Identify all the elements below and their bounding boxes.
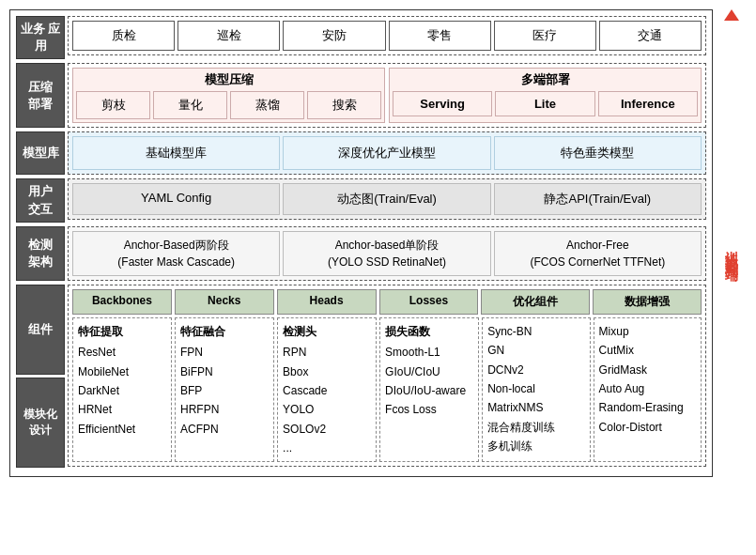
losses-items: Smooth-L1 GIoU/CIoU DIoU/IoU-aware Fcos …	[385, 343, 473, 420]
user-interaction-row: 用户交互 YAML Config 动态图(Train/Eval) 静态API(T…	[16, 178, 706, 222]
header-necks: Necks	[175, 289, 274, 315]
heads-title: 检测头	[283, 322, 371, 341]
det-cell-2: Anchor-Free(FCOS CornerNet TTFNet)	[494, 231, 702, 276]
augmentation-items: Mixup CutMix GridMask Auto Aug Random-Er…	[599, 322, 696, 437]
biz-cell-3: 零售	[389, 21, 491, 51]
biz-cell-1: 巡检	[177, 21, 280, 51]
header-heads: Heads	[277, 289, 377, 315]
multi-deploy-section: 多端部署 Serving Lite Inference	[389, 68, 702, 123]
components-header-row: Backbones Necks Heads Losses 优化组件 数据增强	[72, 289, 702, 315]
business-content: 质检 巡检 安防 零售 医疗 交通	[68, 16, 706, 59]
deploy-cell-2: Inference	[598, 91, 698, 116]
det-cell-0: Anchor-Based两阶段(Faster Mask Cascade)	[72, 231, 280, 276]
model-compression-section: 模型压缩 剪枝 量化 蒸馏 搜索	[72, 68, 385, 123]
model-cell-1: 深度优化产业模型	[283, 136, 490, 170]
comp-cell-3: 搜索	[307, 91, 381, 119]
det-cell-1: Anchor-based单阶段(YOLO SSD RetinaNet)	[283, 231, 490, 276]
detection-arch-row: 检测架构 Anchor-Based两阶段(Faster Mask Cascade…	[16, 226, 706, 281]
compression-inner: 模型压缩 剪枝 量化 蒸馏 搜索 多端部署 Serving	[72, 68, 702, 123]
deploy-cell-0: Serving	[393, 91, 492, 116]
model-cell-2: 特色垂类模型	[494, 136, 702, 170]
biz-cell-0: 质检	[72, 21, 175, 51]
user-cell-1: 动态图(Train/Eval)	[283, 183, 490, 215]
model-library-cells: 基础模型库 深度优化产业模型 特色垂类模型	[68, 131, 706, 175]
header-backbones: Backbones	[72, 289, 172, 315]
model-compression-cells: 剪枝 量化 蒸馏 搜索	[76, 91, 381, 119]
model-library-row: 模型库 基础模型库 深度优化产业模型 特色垂类模型	[16, 131, 706, 175]
business-cells: 质检 巡检 安防 零售 医疗 交通	[68, 16, 706, 55]
components-labels: 组件 模块化设计	[16, 285, 65, 468]
business-row: 业务 应用 质检 巡检 安防 零售 医疗 交通	[16, 16, 706, 59]
multi-deploy-title: 多端部署	[393, 71, 698, 88]
comp-cell-0: 剪枝	[76, 91, 150, 119]
components-body-row: 特征提取 ResNet MobileNet DarkNet HRNet Effi…	[72, 317, 702, 463]
model-library-content: 基础模型库 深度优化产业模型 特色垂类模型	[68, 131, 706, 175]
model-library-label: 模型库	[16, 131, 65, 175]
deploy-cell-1: Lite	[495, 91, 594, 116]
diagram: 业务 应用 质检 巡检 安防 零售 医疗 交通 压缩部署 模型压	[9, 9, 713, 477]
compression-content: 模型压缩 剪枝 量化 蒸馏 搜索 多端部署 Serving	[68, 63, 706, 128]
user-cell-0: YAML Config	[72, 183, 280, 215]
body-optimization: Sync-BN GN DCNv2 Non-local MatrixNMS 混合精…	[482, 317, 590, 463]
components-content: Backbones Necks Heads Losses 优化组件 数据增强 特…	[68, 285, 706, 468]
user-cells: YAML Config 动态图(Train/Eval) 静态API(Train/…	[68, 178, 706, 220]
body-backbones: 特征提取 ResNet MobileNet DarkNet HRNet Effi…	[72, 317, 172, 463]
body-losses: 损失函数 Smooth-L1 GIoU/CIoU DIoU/IoU-aware …	[379, 317, 479, 463]
biz-cell-4: 医疗	[494, 21, 596, 51]
header-optimization: 优化组件	[481, 289, 590, 315]
modular-design-label: 模块化设计	[16, 378, 65, 468]
business-label: 业务 应用	[16, 16, 65, 59]
components-outer: Backbones Necks Heads Losses 优化组件 数据增强 特…	[68, 285, 706, 468]
components-row: 组件 模块化设计 Backbones Necks Heads Losses 优化…	[16, 285, 706, 468]
body-necks: 特征融合 FPN BiFPN BFP HRFPN ACFPN	[175, 317, 274, 463]
right-side: 训练部署端到端	[713, 9, 747, 477]
components-label: 组件	[16, 285, 65, 375]
biz-cell-5: 交通	[599, 21, 702, 51]
main-container: 业务 应用 质检 巡检 安防 零售 医疗 交通 压缩部署 模型压	[9, 9, 747, 477]
detection-arch-label: 检测架构	[16, 226, 65, 281]
det-cells: Anchor-Based两阶段(Faster Mask Cascade) Anc…	[68, 226, 706, 281]
compression-outer: 模型压缩 剪枝 量化 蒸馏 搜索 多端部署 Serving	[68, 63, 706, 128]
header-losses: Losses	[379, 289, 479, 315]
compression-row: 压缩部署 模型压缩 剪枝 量化 蒸馏 搜索	[16, 63, 706, 128]
user-cell-2: 静态API(Train/Eval)	[494, 183, 702, 215]
detection-arch-content: Anchor-Based两阶段(Faster Mask Cascade) Anc…	[68, 226, 706, 281]
compression-label: 压缩部署	[16, 63, 65, 128]
biz-cell-2: 安防	[283, 21, 385, 51]
comp-cell-1: 量化	[153, 91, 227, 119]
body-heads: 检测头 RPN Bbox Cascade YOLO SOLOv2 ...	[277, 317, 377, 463]
arrow-up-icon	[724, 9, 739, 21]
optimization-items: Sync-BN GN DCNv2 Non-local MatrixNMS 混合精…	[487, 322, 584, 456]
multi-deploy-cells: Serving Lite Inference	[393, 91, 698, 116]
backbones-items: ResNet MobileNet DarkNet HRNet Efficient…	[78, 343, 166, 439]
heads-items: RPN Bbox Cascade YOLO SOLOv2 ...	[283, 343, 371, 457]
comp-cell-2: 蒸馏	[230, 91, 304, 119]
necks-items: FPN BiFPN BFP HRFPN ACFPN	[180, 343, 269, 439]
losses-title: 损失函数	[385, 322, 473, 341]
right-label: 训练部署端到端	[723, 23, 740, 477]
model-compression-title: 模型压缩	[76, 71, 381, 88]
model-cell-0: 基础模型库	[72, 136, 280, 170]
backbones-title: 特征提取	[78, 322, 166, 341]
user-interaction-content: YAML Config 动态图(Train/Eval) 静态API(Train/…	[68, 178, 706, 222]
user-interaction-label: 用户交互	[16, 178, 65, 222]
necks-title: 特征融合	[180, 322, 269, 341]
body-augmentation: Mixup CutMix GridMask Auto Aug Random-Er…	[594, 317, 702, 463]
header-augmentation: 数据增强	[593, 289, 702, 315]
